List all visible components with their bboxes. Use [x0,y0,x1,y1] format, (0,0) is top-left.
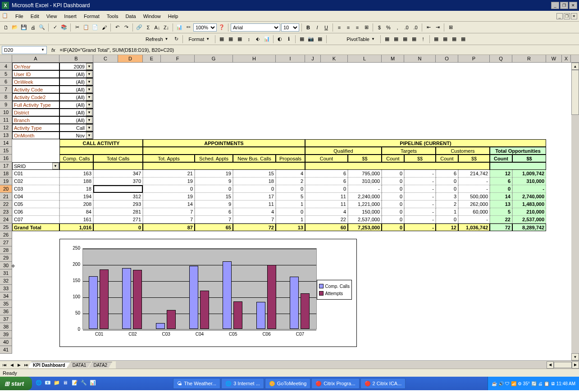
filter-dropdown-2[interactable]: ▼ [86,78,92,85]
tray-icon-5[interactable]: ⚙ [518,381,522,386]
tot-C05[interactable]: 293 [93,201,143,208]
col-header-D[interactable]: D [118,55,143,62]
save-icon[interactable]: 💾 [20,23,28,32]
col-header-N[interactable]: N [404,55,436,62]
filter-dropdown-0[interactable]: ▼ [86,63,92,70]
cd-C06[interactable]: 60,000 [458,208,490,216]
hscroll-left-icon[interactable]: ◀ [547,361,554,369]
refresh-all-icon[interactable]: ↻ [172,35,180,43]
tot-C01[interactable]: 347 [93,170,143,178]
qc-C05[interactable]: 11 [305,201,348,208]
bar-C05-0[interactable] [223,261,232,329]
od-C03[interactable]: - [512,185,546,193]
qc-C02[interactable]: 6 [305,178,348,185]
doc-close-button[interactable]: ✕ [571,13,577,19]
qc-C04[interactable]: 11 [305,193,348,201]
qd-C01[interactable]: 795,000 [348,170,382,178]
pr-C04[interactable]: 5 [276,193,305,201]
spelling-icon[interactable]: ✓ [51,23,59,32]
srid-dropdown[interactable]: ▼ [52,163,59,169]
pv-icon-6[interactable]: ▦ [432,35,440,43]
sort-desc-icon[interactable]: Z↓ [162,23,170,32]
tab-kpi-dashboard[interactable]: KPI Dashboard [28,362,70,368]
comp-C06[interactable]: 84 [59,208,93,216]
od-C02[interactable]: 310,000 [512,178,546,185]
ql-icon-4[interactable]: 🖥 [63,380,70,387]
bar-C05-1[interactable] [233,301,242,329]
row-header-9[interactable]: 9 [0,101,12,109]
td-C04[interactable]: - [404,193,436,201]
qc-C03[interactable]: 0 [305,185,348,193]
row-header-24[interactable]: 24 [0,216,12,223]
pr-C01[interactable]: 4 [276,170,305,178]
col-header-L[interactable]: L [348,55,382,62]
td-C05[interactable]: - [404,201,436,208]
qd-C06[interactable]: 150,000 [348,208,382,216]
tot-C04[interactable]: 312 [93,193,143,201]
font-name-select[interactable]: Arial [231,23,280,32]
tot-C07[interactable]: 271 [93,216,143,223]
row-id-C07[interactable]: C07 [12,216,59,223]
bar-C02-0[interactable] [122,268,131,329]
row-header-38[interactable]: 38 [0,323,12,331]
col-header-G[interactable]: G [195,55,233,62]
tray-icon-4[interactable]: 📶 [511,381,516,386]
nb-C01[interactable]: 15 [233,170,276,178]
col-header-Q[interactable]: Q [490,55,512,62]
td-C02[interactable]: - [404,178,436,185]
name-box[interactable]: D20 ▼ [2,46,47,54]
menu-file[interactable]: File [12,12,27,20]
oc-C07[interactable]: 22 [490,216,512,223]
bar-C06-0[interactable] [256,302,265,329]
ta-C07[interactable]: 7 [143,216,195,223]
tray-icon-3[interactable]: 🛡 [505,381,510,386]
pt-icon-9[interactable]: ▦ [298,35,306,43]
comma-icon[interactable]: , [393,23,401,32]
task-citrix2[interactable]: 🔴 2 Citrix ICA... [360,378,406,389]
copy-icon[interactable]: 📋 [82,23,90,32]
filter-dropdown-7[interactable]: ▼ [86,117,92,123]
ql-icon-6[interactable]: 🔧 [81,380,88,387]
ql-icon-2[interactable]: 📧 [45,380,52,387]
row-header-35[interactable]: 35 [0,300,12,308]
nb-C03[interactable]: 0 [233,185,276,193]
menu-edit[interactable]: Edit [27,12,43,20]
doc-restore-button[interactable]: ❐ [564,13,570,19]
cc-C01[interactable]: 6 [436,170,458,178]
row-id-C04[interactable]: C04 [12,193,59,201]
task-citrix1[interactable]: 🔴 Citrix Progra... [311,378,359,389]
col-header-A[interactable]: A [12,55,59,62]
qc-C06[interactable]: 4 [305,208,348,216]
comp-C01[interactable]: 163 [59,170,93,178]
pv-icon-3[interactable]: ▦ [401,35,409,43]
row-header-40[interactable]: 40 [0,338,12,346]
increase-decimal-icon[interactable]: .0 [402,23,410,32]
merge-center-icon[interactable]: ⊞ [362,23,370,32]
row-header-41[interactable]: 41 [0,346,12,354]
close-button[interactable]: ✕ [569,2,577,9]
doc-minimize-button[interactable]: _ [556,13,563,19]
row-header-21[interactable]: 21 [0,193,12,201]
hyperlink-icon[interactable]: 🔗 [135,23,143,32]
sort-asc-icon[interactable]: A↓ [153,23,161,32]
row-header-8[interactable]: 8 [0,93,12,101]
pivottable-button[interactable]: PivotTable▼ [343,35,378,43]
decrease-indent-icon[interactable]: ⇤ [424,23,433,32]
oc-C04[interactable]: 14 [490,193,512,201]
tc-C04[interactable]: 0 [382,193,404,201]
filter-dropdown-8[interactable]: ▼ [86,124,92,131]
menu-format[interactable]: Format [80,12,103,20]
cd-C01[interactable]: 214,742 [458,170,490,178]
row-header-13[interactable]: 13 [0,132,12,139]
row-header-10[interactable]: 10 [0,109,12,116]
row-header-12[interactable]: 12 [0,124,12,132]
row-header-30[interactable]: 30 [0,262,12,269]
tray-icon-7[interactable]: 🖨 [538,381,543,386]
col-header-R[interactable]: R [512,55,546,62]
filter-dropdown-3[interactable]: ▼ [86,86,92,93]
task-weather[interactable]: 🌤 The Weather... [173,378,220,389]
help-icon[interactable]: ❓ [218,23,226,32]
qd-C04[interactable]: 2,240,000 [348,193,382,201]
col-header-W[interactable]: W [546,55,562,62]
pt-icon-2[interactable]: ▦ [227,35,235,43]
